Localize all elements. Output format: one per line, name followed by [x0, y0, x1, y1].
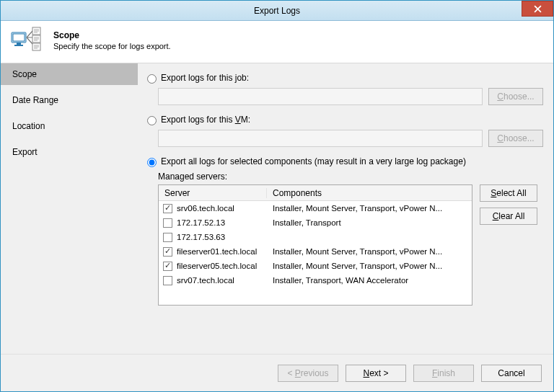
radio-label-all: Export all logs for selected components …: [161, 156, 466, 166]
col-header-components[interactable]: Components: [267, 188, 472, 198]
svg-rect-1: [13, 34, 25, 41]
radio-input-job[interactable]: [147, 74, 157, 84]
server-name: fileserver05.tech.local: [177, 262, 257, 270]
scope-icon: [11, 27, 43, 54]
content: Export logs for this job: Choose... Expo…: [138, 63, 553, 354]
components-cell: Installer, Mount Server, Transport, vPow…: [267, 247, 472, 256]
grid-header: Server Components: [159, 185, 472, 201]
cancel-button[interactable]: Cancel: [481, 365, 542, 382]
finish-button: Finish: [413, 365, 474, 382]
managed-servers-label: Managed servers:: [158, 172, 543, 182]
components-cell: Installer, Mount Server, Transport, vPow…: [267, 262, 472, 270]
radio-label-job: Export logs for this job:: [161, 73, 249, 83]
select-all-button[interactable]: Select All: [480, 184, 537, 202]
row-checkbox[interactable]: [163, 276, 172, 285]
server-name: srv07.tech.local: [177, 276, 234, 285]
table-row[interactable]: fileserver01.tech.localInstaller, Mount …: [159, 244, 472, 259]
titlebar: Export Logs: [1, 1, 553, 21]
components-cell: Installer, Mount Server, Transport, vPow…: [267, 204, 472, 213]
sidebar-item-label: Date Range: [12, 95, 58, 105]
choose-job-button: Choose...: [488, 88, 543, 105]
table-row[interactable]: 172.17.53.63: [159, 230, 472, 244]
row-checkbox[interactable]: [163, 204, 172, 213]
server-name: fileserver01.tech.local: [177, 247, 257, 256]
export-logs-window: Export Logs: [0, 0, 554, 392]
previous-button: < Previous: [278, 365, 338, 382]
sidebar-item-label: Scope: [12, 69, 37, 79]
table-row[interactable]: srv07.tech.localInstaller, Transport, WA…: [159, 273, 472, 288]
server-name: 172.17.52.13: [177, 218, 225, 227]
header-text: Scope Specify the scope for logs export.: [53, 30, 171, 50]
components-cell: Installer, Transport, WAN Accelerator: [267, 276, 472, 285]
sidebar-item-scope[interactable]: Scope: [1, 63, 138, 85]
table-row[interactable]: srv06.tech.localInstaller, Mount Server,…: [159, 201, 472, 215]
header-subtitle: Specify the scope for logs export.: [53, 42, 171, 50]
body: Scope Date Range Location Export Export …: [1, 63, 553, 354]
radio-export-vm[interactable]: Export logs for this VM:: [144, 114, 543, 125]
svg-rect-2: [17, 43, 21, 45]
close-button[interactable]: [522, 1, 553, 17]
radio-label-vm: Export logs for this VM:: [161, 115, 250, 125]
row-checkbox[interactable]: [163, 247, 172, 257]
radio-input-all[interactable]: [147, 158, 157, 167]
job-input: [158, 88, 483, 105]
sidebar: Scope Date Range Location Export: [1, 63, 138, 354]
header-title: Scope: [53, 30, 171, 40]
radio-export-all[interactable]: Export all logs for selected components …: [144, 156, 543, 167]
vm-input: [158, 130, 483, 147]
row-checkbox[interactable]: [163, 262, 172, 271]
clear-all-button[interactable]: Clear All: [480, 208, 537, 225]
sidebar-item-date-range[interactable]: Date Range: [1, 89, 138, 111]
footer: < Previous Next > Finish Cancel: [1, 354, 553, 391]
server-name: 172.17.53.63: [177, 233, 225, 241]
row-checkbox[interactable]: [163, 218, 172, 228]
table-row[interactable]: fileserver05.tech.localInstaller, Mount …: [159, 259, 472, 273]
sidebar-item-label: Export: [12, 147, 38, 157]
svg-rect-3: [14, 45, 23, 46]
components-cell: Installer, Transport: [267, 218, 472, 227]
table-row[interactable]: 172.17.52.13Installer, Transport: [159, 215, 472, 230]
radio-input-vm[interactable]: [147, 116, 157, 125]
choose-vm-button: Choose...: [488, 130, 543, 147]
radio-export-job[interactable]: Export logs for this job:: [144, 72, 543, 84]
server-name: srv06.tech.local: [177, 204, 234, 213]
window-title: Export Logs: [254, 6, 300, 16]
close-icon: [534, 5, 542, 13]
managed-servers-grid[interactable]: Server Components srv06.tech.localInstal…: [158, 184, 472, 306]
sidebar-item-export[interactable]: Export: [1, 141, 138, 163]
sidebar-item-location[interactable]: Location: [1, 115, 138, 137]
header: Scope Specify the scope for logs export.: [1, 21, 553, 63]
next-button[interactable]: Next >: [346, 365, 406, 382]
sidebar-item-label: Location: [12, 121, 45, 131]
row-checkbox[interactable]: [163, 233, 172, 242]
col-header-server[interactable]: Server: [159, 188, 267, 198]
